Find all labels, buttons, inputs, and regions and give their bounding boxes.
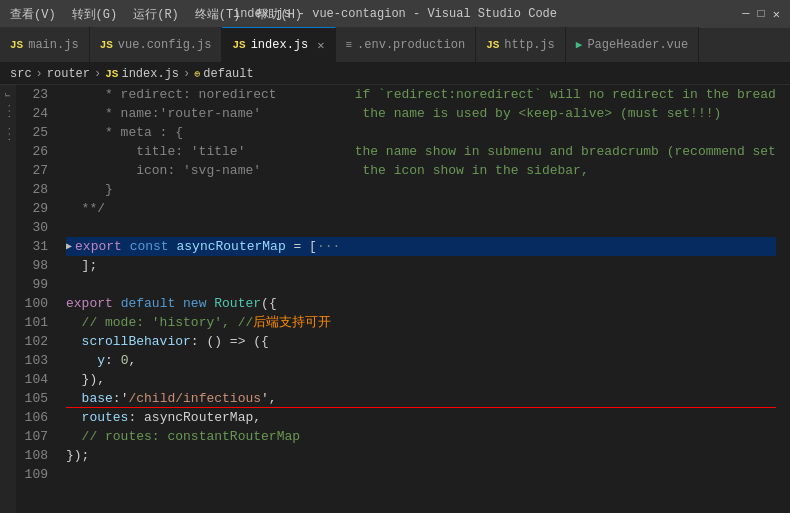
code-token: ▶ (66, 237, 72, 256)
gutter-item: ... (3, 101, 13, 121)
breadcrumb-sep3: › (183, 67, 190, 81)
code-token: : () => ({ (191, 332, 269, 351)
code-line-25: * meta : { (66, 123, 776, 142)
tabs-bar: JS main.js JS vue.config.js JS index.js … (0, 28, 790, 63)
env-icon: ≡ (346, 39, 353, 51)
code-editor[interactable]: * redirect: noredirect if `redirect:nore… (61, 85, 776, 513)
code-line-106: routes: asyncRouterMap, (66, 408, 776, 427)
breadcrumb-src[interactable]: src (10, 67, 32, 81)
js-icon: JS (10, 39, 23, 51)
close-btn[interactable]: ✕ (773, 7, 780, 22)
code-line-99 (66, 275, 776, 294)
line-number: 101 (16, 313, 53, 332)
line-number: 23 (16, 85, 53, 104)
code-token: export (66, 294, 113, 313)
code-token (66, 408, 82, 427)
code-token: * name:'router-name' (66, 104, 362, 123)
vue-icon: ▶ (576, 38, 583, 51)
line-number: 103 (16, 351, 53, 370)
code-token: ', (261, 389, 277, 408)
line-number: 102 (16, 332, 53, 351)
tab-label: main.js (28, 38, 78, 52)
code-token: , (128, 351, 136, 370)
code-token: : asyncRouterMap, (128, 408, 261, 427)
code-line-107: // routes: constantRouterMap (66, 427, 776, 446)
menu-goto[interactable]: 转到(G) (72, 6, 118, 23)
line-number: 99 (16, 275, 53, 294)
tab-http-js[interactable]: JS http.js (476, 27, 566, 62)
code-line-26: title: 'title' the name show in submenu … (66, 142, 776, 161)
code-token: : (105, 351, 121, 370)
title-bar: 查看(V) 转到(G) 运行(R) 终端(T) 帮助(H) index.js -… (0, 0, 790, 28)
tab-label: vue.config.js (118, 38, 212, 52)
code-token: :' (113, 389, 129, 408)
tab-page-header-vue[interactable]: ▶ PageHeader.vue (566, 27, 699, 62)
code-token: asyncRouterMap (176, 237, 285, 256)
menu-run[interactable]: 运行(R) (133, 6, 179, 23)
breadcrumb-sep2: › (94, 67, 101, 81)
code-token (66, 351, 97, 370)
code-line-27: icon: 'svg-name' the icon show in the si… (66, 161, 776, 180)
code-token: if `redirect:noredirect` will no redirec… (355, 85, 776, 104)
code-token: * meta : { (66, 123, 183, 142)
code-token: **/ (66, 199, 105, 218)
line-number: 28 (16, 180, 53, 199)
line-number: 98 (16, 256, 53, 275)
code-token: default (121, 294, 176, 313)
tab-label: http.js (504, 38, 554, 52)
window-controls[interactable]: ─ □ ✕ (742, 7, 780, 22)
line-number: 29 (16, 199, 53, 218)
code-token: the name is used by <keep-alive> (must s… (362, 104, 721, 123)
menu-view[interactable]: 查看(V) (10, 6, 56, 23)
breadcrumb-file[interactable]: index.js (121, 67, 179, 81)
tab-vue-config-js[interactable]: JS vue.config.js (90, 27, 223, 62)
code-token: scrollBehavior (82, 332, 191, 351)
code-token: ({ (261, 294, 277, 313)
scrollbar[interactable] (776, 85, 790, 513)
code-token: routes (82, 408, 129, 427)
code-token (66, 332, 82, 351)
code-token: the name show in submenu and breadcrumb … (355, 142, 776, 161)
minimize-btn[interactable]: ─ (742, 7, 749, 22)
gutter-item: r (3, 90, 13, 99)
code-token (66, 389, 82, 408)
line-number: 106 (16, 408, 53, 427)
code-line-31: ▶export const asyncRouterMap = [··· (66, 237, 776, 256)
code-token: = [ (286, 237, 317, 256)
code-token: // mode: 'history', // (82, 313, 254, 332)
code-line-105: base:'/child/infectious', (66, 389, 776, 408)
code-token: // routes: constantRouterMap (82, 427, 300, 446)
code-line-101: // mode: 'history', //后端支持可开 (66, 313, 776, 332)
breadcrumb-router[interactable]: router (47, 67, 90, 81)
code-line-104: }), (66, 370, 776, 389)
js-icon: JS (105, 68, 118, 80)
breadcrumb-symbol[interactable]: default (203, 67, 253, 81)
left-gutter: r ... ... (0, 85, 16, 513)
js-icon: JS (232, 39, 245, 51)
line-number: 30 (16, 218, 53, 237)
code-line-30 (66, 218, 776, 237)
code-token: }); (66, 446, 89, 465)
code-token: ··· (317, 237, 340, 256)
code-line-102: scrollBehavior: () => ({ (66, 332, 776, 351)
gutter-item: ... (3, 124, 13, 144)
code-token (206, 294, 214, 313)
code-line-108: }); (66, 446, 776, 465)
window-title: index.js - vue-contagion - Visual Studio… (233, 7, 557, 21)
breadcrumb: src › router › JS index.js › ⊕ default (0, 63, 790, 85)
code-token: icon: 'svg-name' (66, 161, 362, 180)
js-icon: JS (100, 39, 113, 51)
line-number: 25 (16, 123, 53, 142)
tab-main-js[interactable]: JS main.js (0, 27, 90, 62)
code-token (113, 294, 121, 313)
tab-index-js[interactable]: JS index.js ✕ (222, 27, 335, 62)
line-number: 24 (16, 104, 53, 123)
tab-close-icon[interactable]: ✕ (317, 38, 324, 53)
code-token: 0 (121, 351, 129, 370)
code-line-29: **/ (66, 199, 776, 218)
code-token (66, 427, 82, 446)
code-token: } (66, 180, 113, 199)
maximize-btn[interactable]: □ (758, 7, 765, 22)
line-number: 26 (16, 142, 53, 161)
tab-env-production[interactable]: ≡ .env.production (336, 27, 477, 62)
